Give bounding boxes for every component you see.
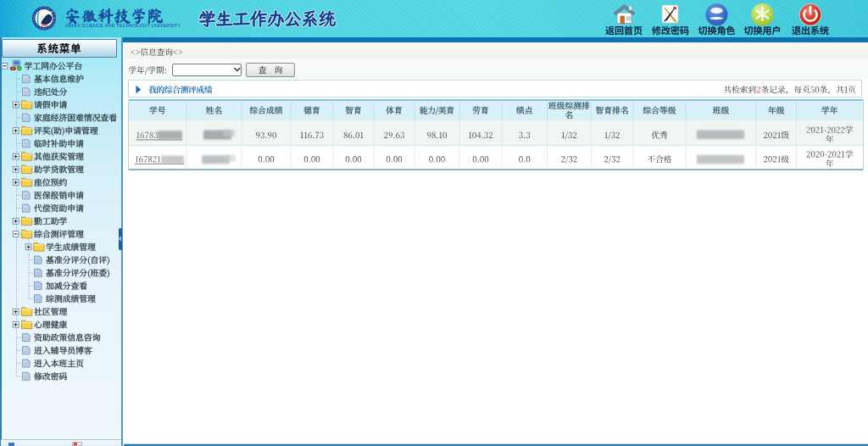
svg-text:1950: 1950	[41, 24, 47, 27]
